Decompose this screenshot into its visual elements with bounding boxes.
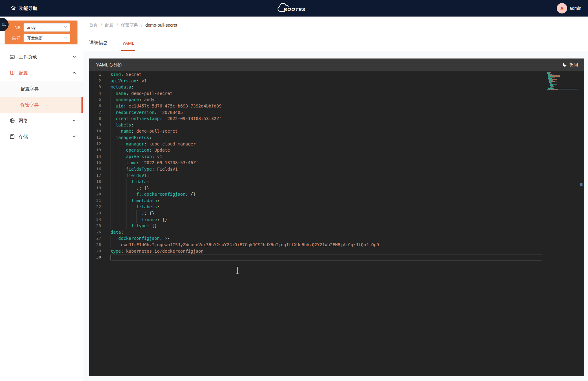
indent-guide	[116, 128, 116, 134]
indent-guide	[121, 198, 121, 204]
line-number: 1	[89, 71, 101, 78]
code-line: 16 fieldsType: FieldsV1	[89, 166, 544, 172]
night-mode-toggle[interactable]: 夜间	[562, 62, 578, 68]
breadcrumb-item[interactable]: 配置	[105, 22, 114, 28]
indent-guide	[121, 147, 121, 153]
indent-guide	[116, 204, 116, 210]
select-value: 开发集群	[27, 36, 64, 41]
indent-guide	[111, 128, 111, 134]
line-number: 5	[89, 96, 101, 103]
indent-guide	[116, 210, 116, 217]
code-line: 5 namespace: andy	[89, 96, 544, 103]
line-number: 19	[89, 185, 101, 191]
indent-guide	[121, 160, 121, 166]
indent-guide	[126, 204, 126, 210]
line-number: 21	[89, 198, 101, 204]
tab-yaml[interactable]: YAML	[122, 40, 134, 51]
sidebar-item-label: 网络	[19, 118, 72, 124]
sidebar-subitem-label: 配置字典	[21, 86, 39, 92]
code-line: 17 fieldsV1:	[89, 172, 544, 179]
line-number: 17	[89, 172, 101, 179]
tab-详细信息[interactable]: 详细信息	[89, 40, 107, 51]
line-number: 14	[89, 153, 101, 160]
indent-guide	[116, 217, 116, 223]
yaml-editor[interactable]: 1kind: Secret2apiVersion: v13metadata:4 …	[89, 71, 584, 376]
line-number: 15	[89, 160, 101, 166]
line-number: 11	[89, 134, 101, 141]
minimap-line	[547, 90, 580, 91]
breadcrumb-item: demo-pull-secret	[145, 23, 177, 28]
indent-guide	[131, 217, 131, 223]
workspace-field-row: NSandy	[5, 23, 77, 32]
code-line: 14 apiVersion: v1	[89, 153, 544, 160]
breadcrumb: 首页/配置/保密字典/demo-pull-secret	[83, 17, 588, 34]
nav-menu-button[interactable]: 功能导航	[10, 0, 37, 17]
indent-guide	[111, 166, 111, 172]
breadcrumb-separator: /	[117, 23, 118, 28]
breadcrumb-item[interactable]: 保密字典	[121, 22, 138, 28]
line-number: 23	[89, 210, 101, 217]
indent-guide	[121, 153, 121, 160]
sidebar: ⇆ NSandy集群开发集群 工作负载配置配置字典保密字典网络存储	[0, 17, 83, 381]
cluster-select[interactable]: 开发集群	[24, 34, 70, 42]
line-number: 22	[89, 204, 101, 210]
indent-guide	[131, 204, 131, 210]
sidebar-subitem[interactable]: 保密字典	[0, 97, 83, 113]
sidebar-subitem-label: 保密字典	[21, 102, 39, 108]
indent-guide	[116, 185, 116, 191]
indent-guide	[121, 179, 121, 185]
line-number: 27	[89, 235, 101, 242]
indent-guide	[126, 179, 126, 185]
indent-guide	[111, 217, 111, 223]
sidebar-item-label: 配置	[19, 70, 72, 76]
sidebar-item-workload[interactable]: 工作负载	[0, 49, 83, 65]
code-line: 15 time: '2022-09-13T08:53:46Z'	[89, 160, 544, 166]
editor-minimap[interactable]	[547, 72, 580, 91]
line-number: 25	[89, 223, 101, 229]
chevron-up-icon	[72, 70, 76, 76]
chevron-down-icon	[72, 134, 76, 139]
overview-ruler-mark	[580, 183, 582, 186]
avatar: A	[557, 3, 567, 13]
yaml-panel-title: YAML (只读)	[96, 62, 122, 68]
indent-guide	[111, 134, 111, 141]
indent-guide	[111, 204, 111, 210]
indent-guide	[121, 204, 121, 210]
breadcrumb-item[interactable]: 首页	[89, 22, 98, 28]
code-line: 9 labels:	[89, 122, 544, 128]
sidebar-item-label: 工作负载	[19, 54, 72, 60]
tab-bar: 详细信息YAML	[83, 34, 588, 51]
line-number: 9	[89, 122, 101, 128]
code-line: 4 name: demo-pull-secret	[89, 90, 544, 97]
sidebar-subitem[interactable]: 配置字典	[0, 81, 83, 97]
code-line: 3metadata:	[89, 84, 544, 90]
indent-guide	[131, 191, 131, 198]
brand-logo: BOOTES	[276, 3, 312, 15]
indent-guide	[111, 122, 111, 128]
home-icon	[10, 5, 16, 12]
workspace-field-label: NS	[6, 25, 24, 30]
code-line: 8 creationTimestamp: '2022-09-13T08:53:3…	[89, 115, 544, 122]
sidebar-item-globe[interactable]: 网络	[0, 113, 83, 129]
select-arrow-icon	[64, 36, 67, 40]
workspace-field-row: 集群开发集群	[5, 34, 77, 42]
indent-guide	[111, 223, 111, 229]
indent-guide	[116, 242, 116, 248]
collapse-sidebar-icon: ⇆	[2, 22, 6, 27]
sidebar-item-config-book[interactable]: 配置	[0, 65, 83, 81]
code-line: 30	[89, 254, 544, 261]
line-number: 6	[89, 103, 101, 109]
indent-guide	[111, 160, 111, 166]
indent-guide	[116, 166, 116, 172]
code-line: 1kind: Secret	[89, 71, 544, 78]
night-mode-label: 夜间	[569, 62, 578, 68]
sidebar-item-storage[interactable]: 存储	[0, 129, 83, 145]
indent-guide	[111, 172, 111, 179]
sidebar-menu: 工作负载配置配置字典保密字典网络存储	[0, 49, 83, 145]
ns-select[interactable]: andy	[24, 23, 70, 32]
select-arrow-icon	[64, 25, 67, 30]
user-menu[interactable]: A admin	[557, 0, 581, 17]
app-root: 功能导航 BOOTES A admin ⇆ NSandy集群开发集群 工作负载配…	[0, 0, 588, 381]
workspace-selector-panel: NSandy集群开发集群	[5, 21, 77, 44]
indent-guide	[116, 153, 116, 160]
